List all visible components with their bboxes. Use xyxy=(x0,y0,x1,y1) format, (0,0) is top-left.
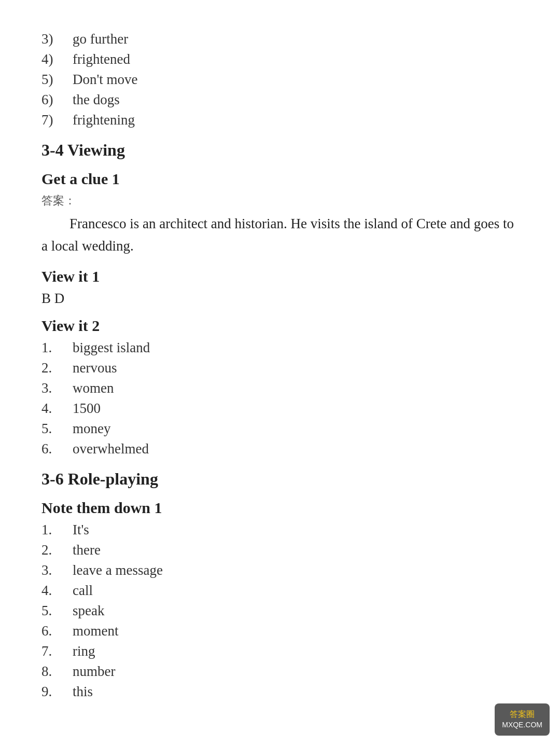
list-item: 3. leave a message xyxy=(41,562,519,578)
list-item: 4. 1500 xyxy=(41,400,519,417)
item-num: 7. xyxy=(41,643,73,659)
list-item: 5. speak xyxy=(41,603,519,619)
get-a-clue-1-heading: Get a clue 1 xyxy=(41,170,519,188)
view-it-2-section: View it 2 1. biggest island 2. nervous 3… xyxy=(41,317,519,457)
item-num: 2. xyxy=(41,542,73,558)
list-item: 8. number xyxy=(41,664,519,680)
get-a-clue-1-paragraph: Francesco is an architect and historian.… xyxy=(41,213,519,257)
item-num: 3. xyxy=(41,562,73,578)
item-num: 1. xyxy=(41,522,73,538)
item-text: frightened xyxy=(73,51,519,67)
item-text: number xyxy=(73,664,519,680)
item-text: overwhelmed xyxy=(73,441,519,457)
list-item: 6. moment xyxy=(41,623,519,639)
item-text: women xyxy=(73,380,519,396)
item-num: 2. xyxy=(41,360,73,376)
list-item: 9. this xyxy=(41,684,519,700)
list-item: 1. It's xyxy=(41,522,519,538)
item-text: go further xyxy=(73,31,519,47)
list-item: 2. there xyxy=(41,542,519,558)
item-text: 1500 xyxy=(73,400,519,417)
item-text: moment xyxy=(73,623,519,639)
view-it-1-heading: View it 1 xyxy=(41,268,519,285)
list-item: 1. biggest island xyxy=(41,340,519,356)
watermark-line2: MXQE.COM xyxy=(502,720,542,730)
view-it-1-section: View it 1 B D xyxy=(41,268,519,307)
item-text: It's xyxy=(73,522,519,538)
section-34-heading: 3-4 Viewing xyxy=(41,141,519,160)
item-text: the dogs xyxy=(73,92,519,108)
watermark: 答案圈 MXQE.COM xyxy=(495,703,550,736)
list-item: 4. call xyxy=(41,583,519,599)
item-text: there xyxy=(73,542,519,558)
view-it-2-list: 1. biggest island 2. nervous 3. women 4.… xyxy=(41,340,519,457)
chinese-note: 答案： xyxy=(41,193,519,209)
item-text: this xyxy=(73,684,519,700)
item-num: 4) xyxy=(41,51,73,67)
note-them-down-1-section: Note them down 1 1. It's 2. there 3. lea… xyxy=(41,499,519,700)
list-item: 5) Don't move xyxy=(41,72,519,88)
item-text: leave a message xyxy=(73,562,519,578)
list-item: 3. women xyxy=(41,380,519,396)
section-36-heading: 3-6 Role-playing xyxy=(41,469,519,489)
list-item: 3) go further xyxy=(41,31,519,47)
list-item: 2. nervous xyxy=(41,360,519,376)
item-text: call xyxy=(73,583,519,599)
item-text: ring xyxy=(73,643,519,659)
item-num: 6. xyxy=(41,441,73,457)
item-num: 9. xyxy=(41,684,73,700)
item-num: 5) xyxy=(41,72,73,88)
get-a-clue-1-section: Get a clue 1 答案： Francesco is an archite… xyxy=(41,170,519,257)
list-item: 4) frightened xyxy=(41,51,519,67)
list-item: 6. overwhelmed xyxy=(41,441,519,457)
watermark-line1: 答案圈 xyxy=(502,709,542,720)
note-them-down-1-list: 1. It's 2. there 3. leave a message 4. c… xyxy=(41,522,519,700)
item-text: speak xyxy=(73,603,519,619)
item-num: 4. xyxy=(41,400,73,417)
item-num: 5. xyxy=(41,603,73,619)
view-it-2-heading: View it 2 xyxy=(41,317,519,335)
item-text: frightening xyxy=(73,112,519,128)
item-text: biggest island xyxy=(73,340,519,356)
list-item: 5. money xyxy=(41,421,519,437)
item-num: 6) xyxy=(41,92,73,108)
item-text: Don't move xyxy=(73,72,519,88)
item-text: money xyxy=(73,421,519,437)
item-num: 8. xyxy=(41,664,73,680)
item-num: 6. xyxy=(41,623,73,639)
item-num: 3) xyxy=(41,31,73,47)
item-num: 7) xyxy=(41,112,73,128)
item-num: 5. xyxy=(41,421,73,437)
note-them-down-1-heading: Note them down 1 xyxy=(41,499,519,517)
list-item: 6) the dogs xyxy=(41,92,519,108)
item-num: 1. xyxy=(41,340,73,356)
item-num: 4. xyxy=(41,583,73,599)
top-list: 3) go further 4) frightened 5) Don't mov… xyxy=(41,31,519,128)
item-num: 3. xyxy=(41,380,73,396)
list-item: 7) frightening xyxy=(41,112,519,128)
view-it-1-answer: B D xyxy=(41,291,519,307)
item-text: nervous xyxy=(73,360,519,376)
list-item: 7. ring xyxy=(41,643,519,659)
